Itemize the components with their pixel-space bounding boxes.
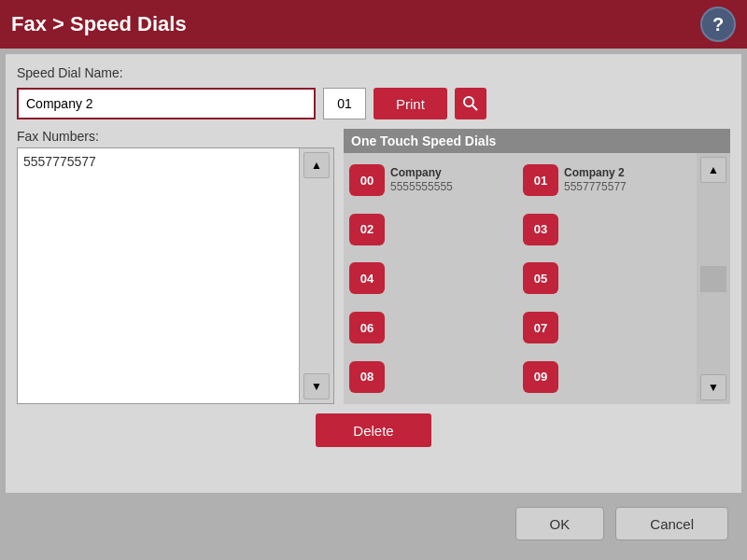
speed-dial-grid-container: 00 Company 5555555555 01 Company 2 55577… xyxy=(344,153,730,404)
list-item: 06 xyxy=(349,306,517,350)
speed-dial-number-01: 5557775577 xyxy=(564,180,627,195)
bottom-section: Fax Numbers: 5557775577 ▲ ▼ One Touch Sp… xyxy=(17,129,730,404)
grid-scroll-buttons: ▲ ▼ xyxy=(697,153,730,404)
fax-scroll-down-button[interactable]: ▼ xyxy=(303,373,330,399)
help-button[interactable]: ? xyxy=(700,7,736,42)
list-item: 08 xyxy=(349,355,517,399)
header: Fax > Speed Dials ? xyxy=(0,0,747,49)
speed-dial-button-08[interactable]: 08 xyxy=(349,361,385,393)
speed-dial-name-label: Speed Dial Name: xyxy=(17,65,730,80)
speed-dial-name-00: Company xyxy=(390,166,453,181)
search-button[interactable] xyxy=(455,88,486,119)
footer: OK Cancel xyxy=(0,498,747,549)
speed-dial-name-input[interactable] xyxy=(17,88,316,119)
fax-list-container: 5557775577 ▲ ▼ xyxy=(17,147,334,404)
speed-dial-button-05[interactable]: 05 xyxy=(523,262,558,294)
list-item: 09 xyxy=(523,355,691,399)
list-item: 02 xyxy=(349,208,517,252)
cancel-button[interactable]: Cancel xyxy=(615,507,728,540)
speed-dial-button-04[interactable]: 04 xyxy=(349,262,385,294)
grid-scroll-down-button[interactable]: ▼ xyxy=(700,374,726,400)
svg-line-1 xyxy=(472,105,477,110)
search-icon xyxy=(462,95,479,112)
speed-dial-button-00[interactable]: 00 xyxy=(349,164,385,196)
fax-number-item: 5557775577 xyxy=(23,154,293,169)
fax-scroll-up-button[interactable]: ▲ xyxy=(303,152,330,178)
one-touch-header: One Touch Speed Dials xyxy=(344,129,730,153)
speed-dial-button-03[interactable]: 03 xyxy=(523,214,558,245)
svg-point-0 xyxy=(464,97,473,106)
grid-scroll-up-button[interactable]: ▲ xyxy=(700,157,726,183)
list-item: 03 xyxy=(523,208,691,252)
delete-button[interactable]: Delete xyxy=(316,413,430,447)
fax-scroll-buttons: ▲ ▼ xyxy=(299,148,333,403)
speed-dial-info-00: Company 5555555555 xyxy=(390,166,453,195)
top-row: 01 Print xyxy=(17,88,730,119)
page-title: Fax > Speed Dials xyxy=(11,12,187,36)
fax-number-list: 5557775577 xyxy=(18,148,299,403)
speed-dial-button-01[interactable]: 01 xyxy=(523,164,558,196)
grid-scroll-spacer xyxy=(700,266,726,292)
speed-dial-button-09[interactable]: 09 xyxy=(523,361,558,393)
speed-dial-button-02[interactable]: 02 xyxy=(349,214,385,245)
main-content: Speed Dial Name: 01 Print Fax Numbers: 5… xyxy=(6,54,741,493)
speed-dial-number-00: 5555555555 xyxy=(390,180,453,195)
speed-dial-grid: 00 Company 5555555555 01 Company 2 55577… xyxy=(344,153,697,404)
speed-dial-button-07[interactable]: 07 xyxy=(523,312,558,343)
fax-numbers-label: Fax Numbers: xyxy=(17,129,334,144)
list-item: 04 xyxy=(349,257,517,301)
ok-button[interactable]: OK xyxy=(515,507,605,540)
print-button[interactable]: Print xyxy=(374,88,447,119)
speed-dial-name-01: Company 2 xyxy=(564,166,627,181)
speed-dial-button-06[interactable]: 06 xyxy=(349,312,385,343)
delete-row: Delete xyxy=(17,413,730,447)
list-item: 07 xyxy=(523,306,691,350)
speed-dial-info-01: Company 2 5557775577 xyxy=(564,166,627,195)
list-item: 01 Company 2 5557775577 xyxy=(523,159,691,203)
left-panel: Fax Numbers: 5557775577 ▲ ▼ xyxy=(17,129,334,404)
list-item: 05 xyxy=(523,257,691,301)
list-item: 00 Company 5555555555 xyxy=(349,159,517,203)
right-panel: One Touch Speed Dials 00 Company 5555555… xyxy=(344,129,730,404)
dial-number-box: 01 xyxy=(323,88,366,119)
